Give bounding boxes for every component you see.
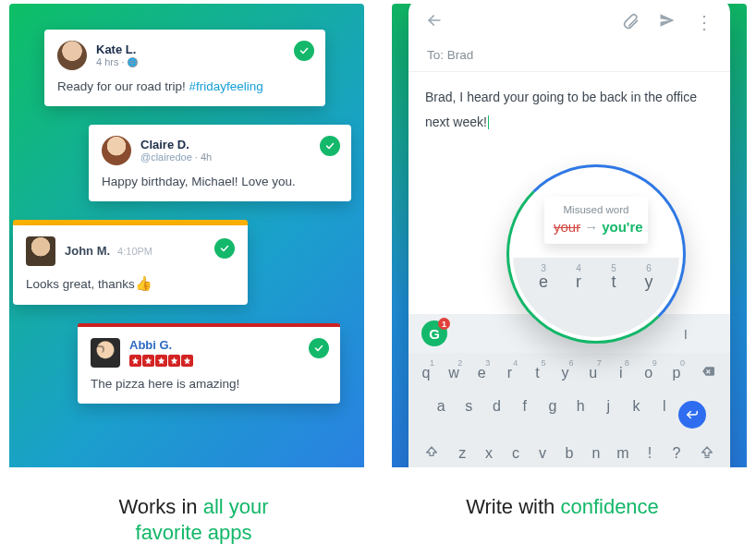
taglines: Works in all yourfavorite apps Write wit…: [0, 494, 756, 545]
message-body[interactable]: Brad, I heard your going to be back in t…: [408, 72, 730, 147]
key-a[interactable]: a: [427, 390, 455, 437]
author-name: John M.: [65, 245, 110, 258]
compose-toolbar: ⋮: [408, 4, 730, 42]
check-icon: [214, 238, 235, 259]
post-time: 4:10PM: [117, 246, 152, 257]
author-name: Abbi G.: [129, 339, 193, 352]
post-meta: 4 hrs · 🌐: [96, 56, 138, 68]
key-u[interactable]: 7u: [579, 357, 607, 390]
tagline-right: Write with confidence: [378, 494, 747, 545]
check-icon: [294, 41, 314, 61]
fixed-word: you're: [602, 219, 642, 235]
post-card-slack: John M. 4:10PM Looks great, thanks👍: [13, 225, 248, 305]
key-row-1: 1q2w3e4r5t6y7u8i9o0p: [412, 357, 726, 390]
key-w[interactable]: 2w: [440, 357, 468, 390]
key-y[interactable]: 6y: [551, 357, 579, 390]
key-k[interactable]: k: [622, 390, 650, 437]
key-g[interactable]: g: [539, 390, 567, 437]
check-icon: [309, 338, 329, 358]
key-h[interactable]: h: [567, 390, 594, 437]
lens-key-t: 5t: [598, 263, 629, 292]
backspace-key[interactable]: [690, 357, 726, 390]
tooltip-label: Misused word: [554, 204, 639, 215]
post-body: The pizza here is amazing!: [91, 377, 327, 391]
key-d[interactable]: d: [482, 390, 510, 437]
author-name: Kate L.: [96, 43, 138, 56]
key-i[interactable]: 8i: [607, 357, 635, 390]
post-body: Happy birthday, Michael! Love you.: [102, 175, 338, 188]
key-e[interactable]: 3e: [468, 357, 495, 390]
magnifier-lens: Misused word your→you're 3e4r5t6y: [506, 164, 686, 344]
tagline-left: Works in all yourfavorite apps: [9, 494, 378, 545]
post-meta: @clairedoe · 4h: [140, 151, 212, 163]
send-icon[interactable]: [658, 11, 677, 33]
lens-key-r: 4r: [563, 263, 594, 292]
enter-key[interactable]: [678, 390, 712, 437]
post-card-yelp: Abbi G. The pizza here is amazing!: [78, 327, 340, 404]
post-card-facebook: Kate L. 4 hrs · 🌐 Ready for our road tri…: [44, 30, 325, 106]
hashtag: #fridayfeeling: [189, 79, 263, 93]
key-f[interactable]: f: [511, 390, 539, 437]
post-body: Looks great, thanks👍: [26, 275, 235, 292]
avatar: [26, 236, 55, 266]
correction-tooltip[interactable]: Misused word your→you're: [544, 197, 648, 244]
suggestion[interactable]: I: [684, 326, 688, 342]
to-field[interactable]: To: Brad: [408, 42, 730, 72]
avatar: [91, 338, 120, 368]
lens-key-y: 6y: [633, 263, 665, 292]
back-icon[interactable]: [425, 11, 444, 33]
key-s[interactable]: s: [455, 390, 482, 437]
post-card-twitter: Claire D. @clairedoe · 4h Happy birthday…: [89, 125, 351, 201]
key-row-2: asdfghjkl: [412, 390, 726, 437]
grammarly-badge[interactable]: G1: [421, 320, 447, 346]
avatar: [102, 136, 131, 165]
text-cursor: [488, 115, 489, 129]
arrow-icon: →: [584, 219, 598, 235]
thumbs-up-emoji: 👍: [135, 275, 152, 291]
key-o[interactable]: 9o: [635, 357, 663, 390]
overflow-icon[interactable]: ⋮: [695, 18, 713, 27]
wrong-word: your: [554, 219, 580, 235]
post-body: Ready for our road trip! #fridayfeeling: [57, 79, 312, 93]
avatar: [57, 41, 87, 70]
tooltip-correction: your→you're: [554, 219, 639, 235]
key-p[interactable]: 0p: [663, 357, 690, 390]
key-t[interactable]: 5t: [523, 357, 551, 390]
key-q[interactable]: 1q: [412, 357, 440, 390]
globe-icon: 🌐: [128, 57, 138, 67]
key-l[interactable]: l: [651, 390, 678, 437]
attach-icon[interactable]: [621, 11, 640, 33]
key-r[interactable]: 4r: [495, 357, 523, 390]
author-name: Claire D.: [140, 139, 212, 151]
lens-key-e: 3e: [528, 263, 559, 292]
alert-count: 1: [438, 318, 450, 330]
check-icon: [320, 136, 340, 156]
star-rating: [129, 355, 193, 367]
key-j[interactable]: j: [594, 390, 622, 437]
